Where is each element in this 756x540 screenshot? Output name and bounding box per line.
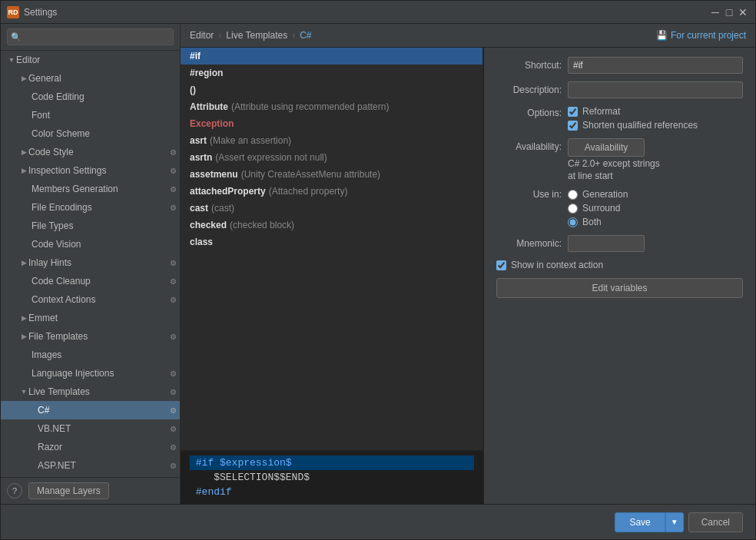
template-abbr: asrt <box>190 135 207 146</box>
sidebar-item-label: Code Cleanup <box>32 276 91 287</box>
template-item-attribute[interactable]: Attribute (Attribute using recommended p… <box>181 98 482 115</box>
sidebar-item-vbnet[interactable]: VB.NET ⚙ <box>1 419 180 438</box>
cancel-button[interactable]: Cancel <box>688 512 743 532</box>
sidebar-item-label: Inlay Hints <box>28 257 71 268</box>
sidebar-item-label: Language Injections <box>32 368 114 379</box>
sidebar-bottom: ? Manage Layers <box>1 477 180 504</box>
manage-layers-button[interactable]: Manage Layers <box>28 482 109 499</box>
surround-radio[interactable] <box>568 204 578 214</box>
sidebar-item-code-vision[interactable]: Code Vision <box>1 235 180 253</box>
reformat-checkbox[interactable] <box>568 107 578 117</box>
search-input[interactable] <box>7 28 174 45</box>
close-button[interactable]: ✕ <box>737 6 749 18</box>
sidebar-item-aspnet[interactable]: ASP.NET ⚙ <box>1 456 180 475</box>
availability-group: Availability C# 2.0+ except strings at l… <box>568 138 660 181</box>
shorten-checkbox[interactable] <box>568 121 578 131</box>
arrow-icon: ▶ <box>19 259 28 267</box>
sidebar-item-inlay-hints[interactable]: ▶ Inlay Hints ⚙ <box>1 253 180 272</box>
template-item-if[interactable]: #if <box>181 48 482 65</box>
sidebar-item-context-actions[interactable]: Context Actions ⚙ <box>1 290 180 309</box>
show-context-row: Show in context action <box>496 260 743 270</box>
template-item-class[interactable]: class <box>181 234 482 250</box>
description-input[interactable] <box>568 81 743 98</box>
shortcut-label: Shortcut: <box>496 60 562 71</box>
template-item-region[interactable]: #region <box>181 65 482 81</box>
search-box: 🔍 <box>1 24 180 51</box>
sidebar-item-font[interactable]: Font <box>1 106 180 124</box>
template-item-asrtn[interactable]: asrtn (Assert expression not null) <box>181 149 482 166</box>
save-button[interactable]: Save <box>615 512 665 532</box>
sidebar-item-label: Context Actions <box>32 294 95 305</box>
sidebar-item-color-scheme[interactable]: Color Scheme <box>1 124 180 143</box>
sidebar-item-label: C# <box>38 405 49 416</box>
maximize-button[interactable]: □ <box>723 6 735 18</box>
minimize-button[interactable]: ─ <box>709 6 721 18</box>
sidebar-item-label: Images <box>32 350 61 360</box>
sidebar-item-label: Inspection Settings <box>28 165 106 176</box>
template-item-zero[interactable]: () <box>181 81 482 98</box>
template-item-attachedproperty[interactable]: attachedProperty (Attached property) <box>181 183 482 200</box>
settings-icon: ⚙ <box>170 259 177 267</box>
sidebar-item-live-templates[interactable]: ▼ Live Templates ⚙ <box>1 383 180 401</box>
generation-radio[interactable] <box>568 190 578 200</box>
main-content: 🔍 ▼ Editor ▶ General Code Editing <box>1 24 755 504</box>
panel-content: #if #region () Attribute (Attribute usin… <box>181 48 755 504</box>
title-bar: RD Settings ─ □ ✕ <box>1 1 755 24</box>
template-item-cast[interactable]: cast (cast) <box>181 200 482 217</box>
both-radio[interactable] <box>568 217 578 227</box>
show-context-checkbox[interactable] <box>496 260 506 270</box>
template-item-assetmenu[interactable]: assetmenu (Unity CreateAssetMenu attribu… <box>181 166 482 183</box>
edit-variables-button[interactable]: Edit variables <box>496 278 743 298</box>
availability-label: Availability: <box>496 138 562 152</box>
template-abbr: Attribute <box>190 101 228 112</box>
right-panel: Shortcut: Description: Options: <box>484 48 755 504</box>
use-in-surround: Surround <box>568 203 628 214</box>
save-dropdown-button[interactable]: ▼ <box>665 512 684 532</box>
sidebar-item-inspection-settings[interactable]: ▶ Inspection Settings ⚙ <box>1 161 180 180</box>
arrow-icon: ▼ <box>7 56 16 64</box>
settings-icon: ⚙ <box>170 148 177 157</box>
template-item-checked[interactable]: checked (checked block) <box>181 217 482 234</box>
sidebar-item-emmet[interactable]: ▶ Emmet <box>1 309 180 327</box>
sidebar-item-label: General <box>28 73 61 84</box>
breadcrumb-live-templates: Live Templates <box>226 30 287 41</box>
use-in-both: Both <box>568 217 628 227</box>
sidebar-item-file-types[interactable]: File Types <box>1 217 180 235</box>
sidebar-item-file-encodings[interactable]: File Encodings ⚙ <box>1 198 180 217</box>
arrow-icon: ▶ <box>19 75 28 82</box>
template-desc: (Unity CreateAssetMenu attribute) <box>241 169 380 180</box>
sidebar-item-label: File Templates <box>28 331 88 342</box>
sidebar-item-label: Color Scheme <box>32 128 90 139</box>
settings-icon: ⚙ <box>170 406 177 415</box>
template-desc: (Assert expression not null) <box>215 152 327 163</box>
sidebar-item-code-cleanup[interactable]: Code Cleanup ⚙ <box>1 272 180 290</box>
template-item-asrt[interactable]: asrt (Make an assertion) <box>181 132 482 149</box>
settings-icon: ⚙ <box>170 388 177 396</box>
sidebar-item-razor[interactable]: Razor ⚙ <box>1 438 180 456</box>
shortcut-input[interactable] <box>568 57 743 74</box>
sidebar-item-csharp[interactable]: C# ⚙ <box>1 401 180 419</box>
breadcrumb-editor: Editor <box>190 30 214 41</box>
arrow-icon: ▶ <box>19 167 28 174</box>
sidebar-item-code-editing[interactable]: Code Editing <box>1 88 180 106</box>
sidebar-item-code-style[interactable]: ▶ Code Style ⚙ <box>1 143 180 161</box>
settings-icon: ⚙ <box>170 425 177 433</box>
sidebar-item-members-generation[interactable]: Members Generation ⚙ <box>1 180 180 198</box>
help-button[interactable]: ? <box>7 483 22 499</box>
mnemonic-input[interactable] <box>568 235 645 252</box>
sidebar-item-language-injections[interactable]: Language Injections ⚙ <box>1 364 180 383</box>
sidebar-item-label: Razor <box>38 442 62 452</box>
sidebar-item-label: Live Templates <box>28 386 90 397</box>
template-desc: (Attribute using recommended pattern) <box>231 101 389 112</box>
reformat-label: Reformat <box>582 106 620 117</box>
sidebar-item-editor[interactable]: ▼ Editor <box>1 51 180 69</box>
sidebar-item-file-templates[interactable]: ▶ File Templates ⚙ <box>1 327 180 346</box>
sidebar-item-general[interactable]: ▶ General <box>1 69 180 88</box>
availability-button[interactable]: Availability <box>568 138 645 157</box>
sidebar-item-label: Code Vision <box>32 239 81 250</box>
template-item-exception[interactable]: Exception <box>181 115 482 132</box>
description-label: Description: <box>496 84 562 95</box>
sidebar-item-images[interactable]: Images <box>1 346 180 364</box>
settings-icon: ⚙ <box>170 462 177 470</box>
availability-sub: at line start <box>568 171 660 181</box>
